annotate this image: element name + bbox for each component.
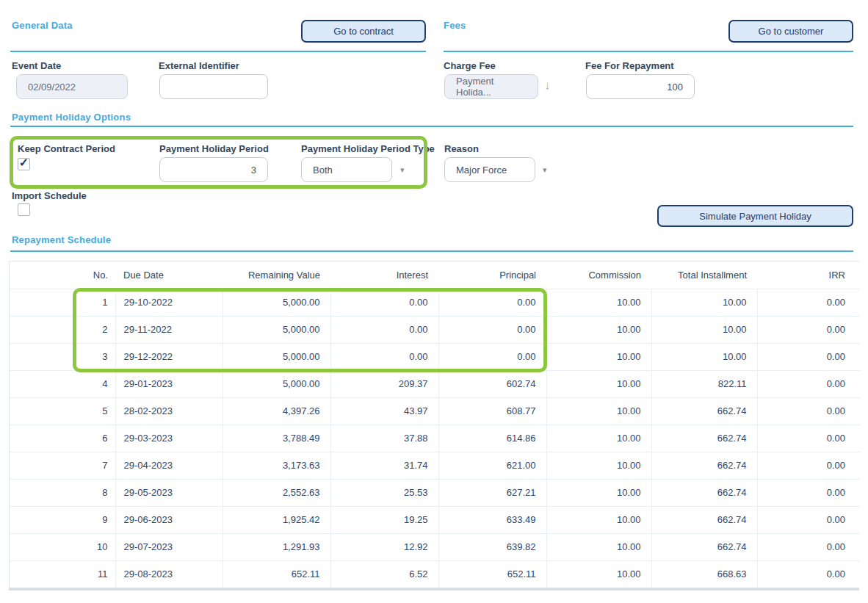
table-cell: 29-10-2022 [115,289,223,316]
column-header-no: No. [10,261,115,289]
table-cell: 7 [10,452,115,479]
table-cell: 662.74 [651,533,757,560]
column-header-commission: Commission [546,261,651,289]
column-header-principal: Principal [438,261,546,289]
table-row[interactable]: 729-04-20233,173.6331.74621.0010.00662.7… [10,452,860,479]
table-cell: 0.00 [438,316,546,343]
table-cell: 43.97 [330,397,438,425]
table-cell: 29-05-2023 [115,479,223,506]
table-cell: 10.00 [546,533,651,560]
table-cell: 1,291.93 [223,533,330,560]
fees-divider [444,51,853,52]
table-cell: 0.00 [330,316,438,343]
event-date-field: 02/09/2022 [16,74,128,99]
table-cell: 6.52 [330,560,438,588]
table-cell: 602.74 [438,370,546,397]
payment-holiday-period-type-select[interactable]: Both [301,157,392,182]
payment-holiday-page: General Data Go to contract Fees Go to c… [0,0,868,603]
table-cell: 822.11 [651,370,757,397]
table-cell: 10.00 [546,397,651,425]
column-header-due-date: Due Date [115,261,223,289]
table-cell: 10.00 [651,343,757,370]
table-cell: 10.00 [546,479,651,506]
table-cell: 10.00 [546,343,651,370]
table-row[interactable]: 229-11-20225,000.000.000.0010.0010.000.0… [10,316,860,343]
repayment-schedule-title: Repayment Schedule [12,234,111,245]
event-date-label: Event Date [12,60,61,71]
table-cell: 8 [10,479,115,506]
event-date-value: 02/09/2022 [28,82,76,93]
reason-select[interactable]: Major Force [444,157,535,182]
simulate-payment-holiday-button[interactable]: Simulate Payment Holiday [657,205,853,227]
table-cell: 0.00 [757,316,860,343]
repayment-schedule-divider [10,250,853,252]
table-cell: 9 [10,506,115,533]
table-cell: 639.82 [438,533,546,560]
reason-value: Major Force [456,165,507,176]
table-row[interactable]: 629-03-20233,788.4937.88614.8610.00662.7… [10,425,860,452]
charge-fee-select: Payment Holida... [444,74,538,99]
table-cell: 29-11-2022 [115,316,223,343]
table-cell: 10.00 [546,560,651,588]
reason-caret-icon[interactable]: ▾ [543,165,547,175]
table-cell: 0.00 [438,343,546,370]
charge-fee-value: Payment Holida... [456,76,527,98]
go-to-contract-button[interactable]: Go to contract [301,20,426,43]
table-cell: 621.00 [438,452,546,479]
table-cell: 10.00 [651,316,757,343]
table-cell: 209.37 [330,370,438,397]
repayment-schedule-table: No.Due DateRemaining ValueInterestPrinci… [9,261,859,591]
table-cell: 633.49 [438,506,546,533]
table-row[interactable]: 429-01-20235,000.00209.37602.7410.00822.… [10,370,860,397]
table-cell: 662.74 [651,397,757,425]
table-cell: 0.00 [757,560,860,588]
table-row[interactable]: 929-06-20231,925.4219.25633.4910.00662.7… [10,506,860,533]
table-cell: 627.21 [438,479,546,506]
table-cell: 29-06-2023 [115,506,223,533]
reason-label: Reason [444,143,479,154]
table-row[interactable]: 528-02-20234,397.2643.97608.7710.00662.7… [10,397,860,425]
table-cell: 29-01-2023 [115,370,223,397]
go-to-contract-label: Go to contract [333,26,394,37]
table-row[interactable]: 129-10-20225,000.000.000.0010.0010.000.0… [10,289,860,316]
column-header-total-installment: Total Installment [651,261,757,289]
fees-section-title: Fees [444,20,466,31]
keep-contract-period-label: Keep Contract Period [18,143,115,154]
table-cell: 0.00 [330,343,438,370]
keep-contract-period-checkbox[interactable]: ✓ [18,158,30,170]
table-cell: 1 [10,289,115,316]
table-cell: 652.11 [223,560,330,588]
table-cell: 4,397.26 [223,397,330,425]
table-cell: 614.86 [438,425,546,452]
table-cell: 5 [10,397,115,425]
column-header-remaining-value: Remaining Value [223,261,330,289]
table-cell: 5,000.00 [223,289,330,316]
table-cell: 662.74 [651,452,757,479]
table-cell: 28-02-2023 [115,397,223,425]
period-type-caret-icon[interactable]: ▾ [400,165,405,175]
import-schedule-checkbox[interactable]: ✓ [18,203,30,216]
charge-fee-label: Charge Fee [444,60,496,71]
table-header-row: No.Due DateRemaining ValueInterestPrinci… [10,261,860,289]
table-cell: 1,925.42 [223,506,330,533]
table-cell: 2 [10,316,115,343]
table-cell: 5,000.00 [223,316,330,343]
payment-holiday-period-input[interactable] [159,157,268,182]
table-cell: 3,788.49 [223,425,330,452]
table-row[interactable]: 1129-08-2023652.116.52652.1110.00668.630… [10,560,860,588]
fee-for-repayment-input[interactable] [586,74,695,99]
table-cell: 37.88 [330,425,438,452]
table-row[interactable]: 1029-07-20231,291.9312.92639.8210.00662.… [10,533,860,560]
table-row[interactable]: 329-12-20225,000.000.000.0010.0010.000.0… [10,343,860,370]
table-row[interactable]: 829-05-20232,552.6325.53627.2110.00662.7… [10,479,860,506]
table-cell: 31.74 [330,452,438,479]
charge-fee-down-arrow-icon: ↓ [544,79,551,93]
table-cell: 10.00 [546,370,651,397]
go-to-customer-button[interactable]: Go to customer [728,20,853,43]
table-cell: 5,000.00 [223,370,330,397]
table-cell: 0.00 [757,343,860,370]
fee-for-repayment-label: Fee For Repayment [585,60,674,71]
external-identifier-input[interactable] [159,74,268,99]
table-cell: 0.00 [757,479,860,506]
table-cell: 10.00 [546,506,651,533]
